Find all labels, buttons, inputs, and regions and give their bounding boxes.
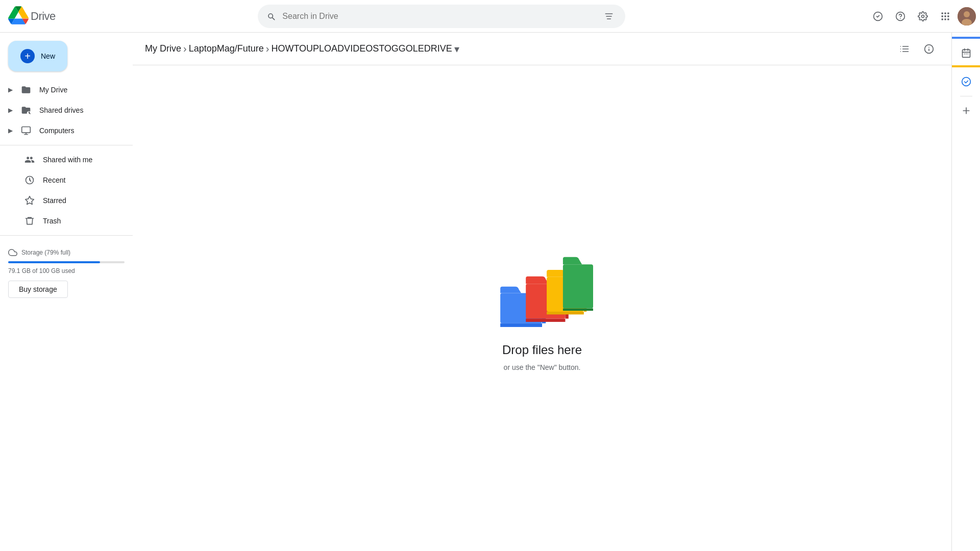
breadcrumb-my-drive[interactable]: My Drive <box>145 43 181 54</box>
sidebar-item-shared-with-me[interactable]: Shared with me <box>0 149 125 170</box>
sidebar-item-my-drive[interactable]: ▶ My Drive <box>0 80 125 100</box>
info-button[interactable] <box>919 39 939 59</box>
info-icon <box>924 44 934 54</box>
svg-rect-28 <box>547 312 584 314</box>
svg-rect-7 <box>941 15 943 17</box>
check-circle-icon <box>873 11 883 21</box>
storage-label: Storage (79% full) <box>8 248 125 257</box>
sliders-icon <box>604 11 614 21</box>
svg-rect-33 <box>964 54 965 55</box>
strip-add-button[interactable] <box>956 101 976 121</box>
new-button-icon: + <box>20 49 35 63</box>
content-area: My Drive › LaptopMag/Future › HOWTOUPLOA… <box>133 33 951 551</box>
breadcrumb-sep-2: › <box>266 43 270 55</box>
expand-arrow-computers: ▶ <box>8 127 13 134</box>
avatar-image <box>958 7 976 26</box>
trash-icon <box>24 216 35 226</box>
topbar: Drive <box>0 0 980 33</box>
breadcrumb-laptop-mag[interactable]: LaptopMag/Future <box>189 43 264 54</box>
breadcrumb-bar: My Drive › LaptopMag/Future › HOWTOUPLOA… <box>133 33 951 65</box>
buy-storage-button[interactable]: Buy storage <box>8 281 68 298</box>
shared-with-me-icon <box>24 155 35 165</box>
calendar-icon <box>961 48 971 58</box>
list-icon <box>899 44 910 54</box>
breadcrumb-current: HOWTOUPLOADVIDEOSTOGGOLEDRIVE ▾ <box>271 43 459 55</box>
sidebar-item-recent[interactable]: Recent <box>0 170 125 190</box>
breadcrumb-actions <box>894 39 939 59</box>
strip-indicator-1 <box>952 37 981 39</box>
strip-divider <box>960 96 972 96</box>
svg-rect-29 <box>563 264 593 308</box>
svg-rect-11 <box>944 18 946 20</box>
svg-rect-17 <box>22 127 31 133</box>
drop-title: Drop files here <box>502 343 582 357</box>
new-button-label: New <box>41 52 55 60</box>
svg-point-14 <box>964 11 970 17</box>
storage-label-text: Storage (79% full) <box>21 249 70 256</box>
tasks-icon <box>961 77 971 87</box>
expand-arrow-my-drive: ▶ <box>8 86 13 93</box>
app-title: Drive <box>31 10 56 23</box>
breadcrumb-current-text: HOWTOUPLOADVIDEOSTOGGOLEDRIVE <box>271 43 452 54</box>
right-strip <box>951 33 980 551</box>
strip-indicator-2 <box>952 65 981 67</box>
sidebar-divider-1 <box>0 145 133 145</box>
sidebar-item-computers-label: Computers <box>39 127 74 135</box>
add-icon <box>961 106 971 116</box>
my-drive-icon <box>21 85 31 95</box>
storage-section: Storage (79% full) 79.1 GB of 100 GB use… <box>0 240 133 302</box>
gear-icon <box>918 11 928 21</box>
search-options-button[interactable] <box>601 7 617 26</box>
svg-rect-9 <box>947 15 949 17</box>
new-button[interactable]: + New <box>8 41 67 71</box>
svg-rect-34 <box>966 54 967 55</box>
storage-bar-fill <box>8 261 100 263</box>
avatar[interactable] <box>958 7 976 26</box>
svg-rect-25 <box>526 319 565 322</box>
recent-icon <box>24 175 35 185</box>
sidebar-item-starred-label: Starred <box>43 196 66 205</box>
drive-logo-icon <box>8 6 29 27</box>
cloud-icon <box>8 248 17 257</box>
logo-area: Drive <box>4 6 137 27</box>
sidebar-divider-2 <box>0 235 133 236</box>
svg-rect-8 <box>944 15 946 17</box>
svg-point-3 <box>921 15 924 17</box>
breadcrumb-dropdown-arrow[interactable]: ▾ <box>454 43 459 55</box>
drop-zone: Drop files here or use the "New" button. <box>133 65 951 551</box>
sidebar-item-trash[interactable]: Trash <box>0 211 125 231</box>
sidebar-item-shared-drives[interactable]: ▶ Shared drives <box>0 100 125 120</box>
svg-rect-35 <box>967 54 968 55</box>
list-view-button[interactable] <box>894 39 915 59</box>
drop-subtitle: or use the "New" button. <box>504 363 581 371</box>
expand-arrow-shared-drives: ▶ <box>8 107 13 114</box>
svg-rect-22 <box>500 323 542 327</box>
settings-button[interactable] <box>913 6 933 27</box>
help-button[interactable] <box>890 6 911 27</box>
breadcrumb-sep-1: › <box>183 43 187 55</box>
breadcrumb: My Drive › LaptopMag/Future › HOWTOUPLOA… <box>145 43 459 55</box>
svg-rect-12 <box>947 18 949 20</box>
search-input[interactable] <box>282 12 595 21</box>
svg-rect-5 <box>944 12 946 14</box>
search-bar[interactable] <box>258 5 625 28</box>
svg-rect-31 <box>563 309 593 311</box>
sidebar-item-computers[interactable]: ▶ Computers <box>0 120 125 141</box>
sidebar-item-shared-with-me-label: Shared with me <box>43 156 92 164</box>
strip-tasks-button[interactable] <box>956 71 976 92</box>
sidebar-item-starred[interactable]: Starred <box>0 190 125 211</box>
support-button[interactable] <box>868 6 888 27</box>
computers-icon <box>21 126 31 136</box>
grid-icon <box>940 11 950 21</box>
sidebar-item-my-drive-label: My Drive <box>39 86 67 94</box>
search-icon <box>266 11 276 21</box>
question-icon <box>895 11 905 21</box>
svg-rect-4 <box>941 12 943 14</box>
storage-bar-background <box>8 261 125 263</box>
strip-calendar-button[interactable] <box>956 43 976 63</box>
sidebar-item-shared-drives-label: Shared drives <box>39 106 83 114</box>
svg-rect-6 <box>947 12 949 14</box>
svg-rect-10 <box>941 18 943 20</box>
main-layout: + New ▶ My Drive ▶ Shared drives ▶ <box>0 33 980 551</box>
apps-button[interactable] <box>935 6 955 27</box>
